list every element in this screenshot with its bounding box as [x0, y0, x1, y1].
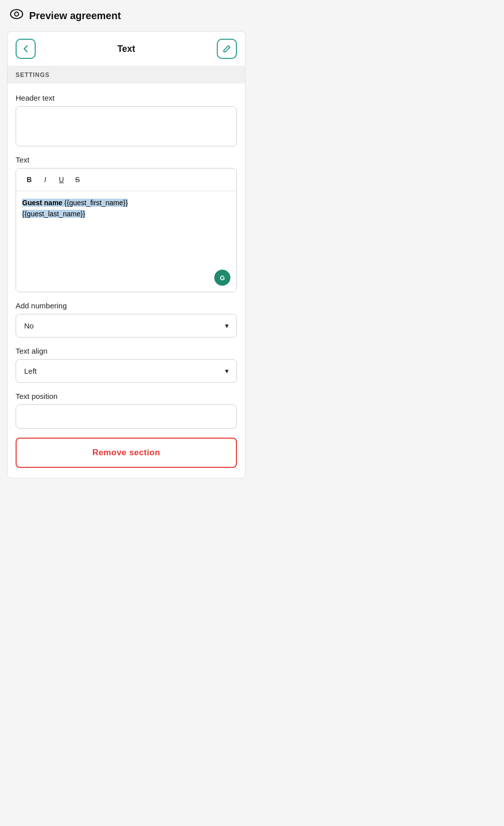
page-title: Preview agreement [29, 10, 121, 22]
strikethrough-button[interactable]: S [70, 173, 85, 187]
bold-button[interactable]: B [22, 173, 36, 187]
text-align-select[interactable]: Left Center Right [16, 359, 237, 383]
grammarly-icon: G [214, 270, 230, 286]
header-text-label: Header text [16, 94, 237, 102]
top-bar: Preview agreement [0, 0, 253, 31]
add-numbering-select[interactable]: No Yes [16, 314, 237, 338]
panel-header: Text [8, 32, 245, 66]
selected-text-2: {{guest_last_name}} [22, 210, 85, 218]
rich-text-content[interactable]: Guest name {{guest_first_name}} {{guest_… [16, 191, 236, 292]
text-position-group: Text position [16, 392, 237, 429]
add-numbering-select-wrapper: No Yes ▼ [16, 314, 237, 338]
add-numbering-group: Add numbering No Yes ▼ [16, 301, 237, 338]
underline-button[interactable]: U [54, 173, 68, 187]
header-text-group: Header text [16, 94, 237, 146]
text-line-1: Guest name {{guest_first_name}} [22, 197, 230, 208]
svg-point-0 [11, 10, 23, 19]
settings-bar: SETTINGS [8, 66, 245, 84]
header-text-input[interactable] [16, 106, 237, 146]
text-position-input[interactable] [16, 404, 237, 429]
settings-panel: Text SETTINGS Header text Text B I U [7, 31, 245, 478]
remove-section-button[interactable]: Remove section [16, 438, 237, 468]
panel-title: Text [117, 44, 135, 54]
text-align-select-wrapper: Left Center Right ▼ [16, 359, 237, 383]
edit-button[interactable] [217, 39, 237, 59]
text-line-2: {{guest_last_name}} [22, 208, 230, 219]
text-align-label: Text align [16, 347, 237, 355]
text-group: Text B I U S Guest name {{guest_first_na… [16, 155, 237, 292]
rich-text-toolbar: B I U S [16, 169, 236, 191]
svg-point-1 [15, 12, 19, 16]
italic-button[interactable]: I [38, 173, 52, 187]
add-numbering-label: Add numbering [16, 301, 237, 310]
selected-text: Guest name {{guest_first_name}} [22, 199, 128, 207]
text-label: Text [16, 155, 237, 164]
eye-icon [10, 9, 23, 22]
text-align-group: Text align Left Center Right ▼ [16, 347, 237, 383]
rich-text-editor: B I U S Guest name {{guest_first_name}} … [16, 168, 237, 292]
panel-body: Header text Text B I U S Guest name {{gu… [8, 84, 245, 478]
back-button[interactable] [16, 39, 36, 59]
text-position-label: Text position [16, 392, 237, 400]
